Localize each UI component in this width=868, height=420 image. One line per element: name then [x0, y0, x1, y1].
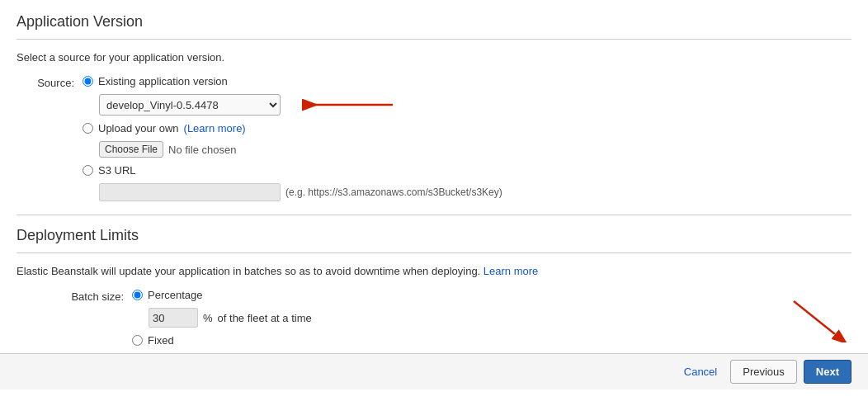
version-select[interactable]: develop_Vinyl-0.5.4478: [99, 94, 281, 116]
upload-option[interactable]: Upload your own (Learn more): [83, 122, 502, 134]
s3url-label: S3 URL: [98, 164, 136, 177]
upload-radio[interactable]: [83, 123, 93, 134]
source-row: Source: Existing application version dev…: [17, 75, 851, 201]
existing-version-radio[interactable]: [83, 76, 93, 87]
page-container: Application Version Select a source for …: [0, 0, 868, 373]
deployment-learn-more-link[interactable]: Learn more: [484, 265, 538, 277]
percentage-desc: of the fleet at a time: [218, 312, 312, 324]
percentage-input-row: % of the fleet at a time: [149, 308, 312, 328]
s3-url-option[interactable]: S3 URL: [83, 164, 502, 177]
percentage-input[interactable]: [149, 308, 198, 328]
source-subtitle: Select a source for your application ver…: [17, 51, 851, 64]
no-file-text: No file chosen: [168, 144, 236, 156]
batch-label: Batch size:: [50, 289, 132, 303]
existing-version-option[interactable]: Existing application version: [83, 75, 502, 87]
upload-row: Choose File No file chosen: [99, 141, 502, 158]
percentage-radio[interactable]: [132, 290, 143, 300]
red-arrow-svg: [294, 97, 393, 113]
source-controls: Existing application version develop_Vin…: [83, 75, 502, 201]
choose-file-button[interactable]: Choose File: [99, 141, 163, 158]
previous-button[interactable]: Previous: [730, 360, 797, 384]
s3url-radio[interactable]: [83, 165, 93, 176]
s3-row: (e.g. https://s3.amazonaws.com/s3Bucket/…: [83, 183, 502, 201]
deployment-desc-text: Elastic Beanstalk will update your appli…: [17, 265, 480, 277]
learn-more-link[interactable]: (Learn more): [184, 122, 246, 134]
fixed-label: Fixed: [148, 334, 174, 347]
source-label: Source:: [17, 75, 83, 89]
footer-bar: Cancel Previous Next: [0, 353, 868, 389]
percentage-option[interactable]: Percentage: [132, 289, 312, 301]
section-divider: [17, 215, 851, 215]
next-button[interactable]: Next: [804, 360, 851, 384]
version-dropdown-wrapper: develop_Vinyl-0.5.4478: [99, 94, 502, 116]
page-title: Application Version: [17, 13, 851, 40]
arrow-indicator: [294, 97, 393, 113]
s3-url-input[interactable]: [99, 183, 281, 201]
percent-sign: %: [203, 312, 213, 324]
existing-version-label: Existing application version: [98, 75, 228, 87]
deployment-desc: Elastic Beanstalk will update your appli…: [17, 265, 851, 277]
percentage-label: Percentage: [148, 289, 203, 301]
s3-url-hint: (e.g. https://s3.amazonaws.com/s3Bucket/…: [285, 186, 502, 198]
deployment-title: Deployment Limits: [17, 227, 851, 253]
fixed-option[interactable]: Fixed: [132, 334, 312, 347]
fixed-radio[interactable]: [132, 335, 143, 346]
cancel-button[interactable]: Cancel: [677, 362, 724, 381]
upload-label: Upload your own: [98, 122, 179, 134]
